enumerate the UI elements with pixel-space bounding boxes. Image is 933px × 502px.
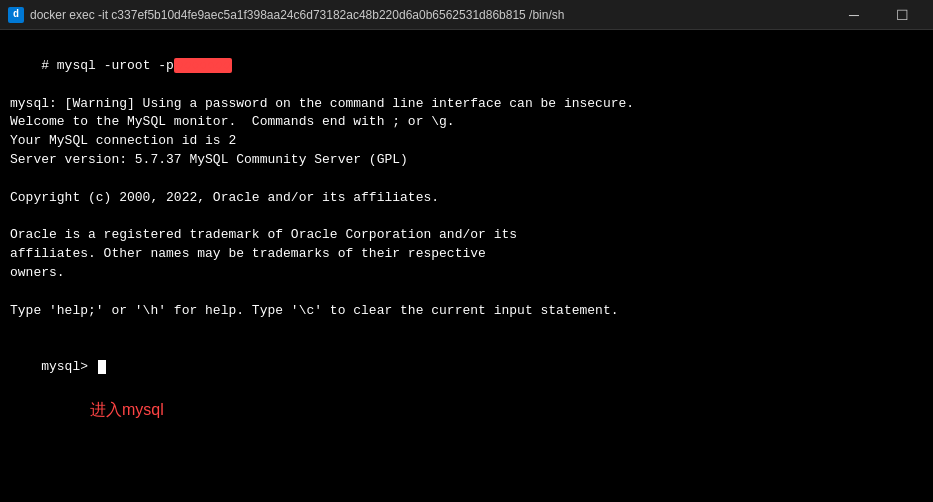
- minimize-button[interactable]: ─: [831, 0, 877, 30]
- blank-3: [10, 283, 923, 302]
- title-bar-controls: ─ ☐: [831, 0, 925, 30]
- welcome-line: Welcome to the MySQL monitor. Commands e…: [10, 113, 923, 132]
- oracle-line-1: Oracle is a registered trademark of Orac…: [10, 226, 923, 245]
- mysql-prompt: mysql>: [41, 359, 96, 374]
- help-line: Type 'help;' or '\h' for help. Type '\c'…: [10, 302, 923, 321]
- blank-4: [10, 321, 923, 340]
- window-title: docker exec -it c337ef5b10d4fe9aec5a1f39…: [30, 8, 564, 22]
- blank-1: [10, 170, 923, 189]
- oracle-line-3: owners.: [10, 264, 923, 283]
- prompt-line: mysql>: [10, 340, 923, 397]
- docker-icon-label: d: [13, 9, 19, 20]
- annotation-label: 进入mysql: [90, 400, 923, 421]
- command-text: # mysql -uroot -p: [41, 58, 174, 73]
- version-line: Server version: 5.7.37 MySQL Community S…: [10, 151, 923, 170]
- blank-2: [10, 208, 923, 227]
- docker-icon: d: [8, 7, 24, 23]
- oracle-line-2: affiliates. Other names may be trademark…: [10, 245, 923, 264]
- terminal-body: # mysql -uroot -p●●●●●●● mysql: [Warning…: [0, 30, 933, 502]
- connid-line: Your MySQL connection id is 2: [10, 132, 923, 151]
- copyright-line: Copyright (c) 2000, 2022, Oracle and/or …: [10, 189, 923, 208]
- maximize-button[interactable]: ☐: [879, 0, 925, 30]
- title-bar: d docker exec -it c337ef5b10d4fe9aec5a1f…: [0, 0, 933, 30]
- cursor: [98, 360, 106, 374]
- password-mask: ●●●●●●●: [174, 58, 233, 73]
- title-bar-left: d docker exec -it c337ef5b10d4fe9aec5a1f…: [8, 7, 564, 23]
- warning-line: mysql: [Warning] Using a password on the…: [10, 95, 923, 114]
- command-line: # mysql -uroot -p●●●●●●●: [10, 38, 923, 95]
